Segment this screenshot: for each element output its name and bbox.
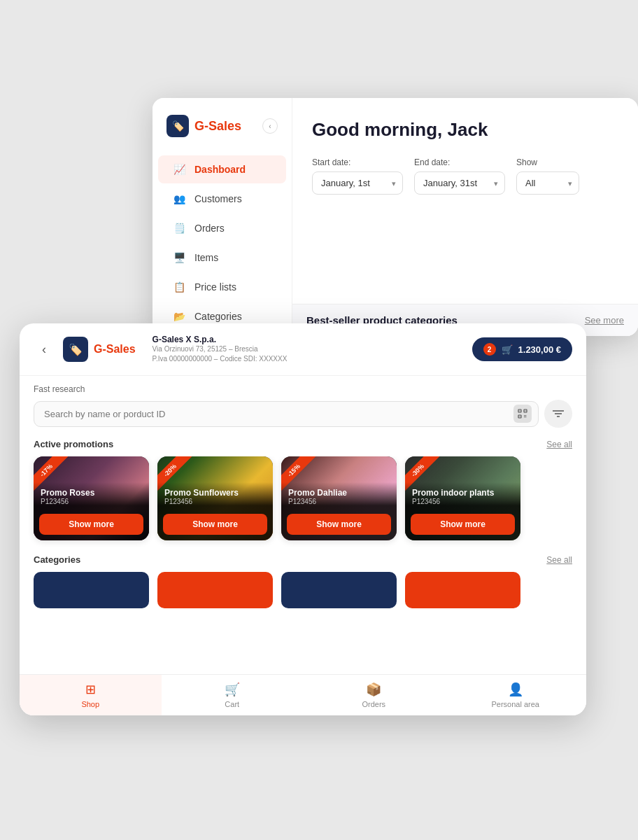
sidebar-item-items[interactable]: 🖥️ Items bbox=[158, 244, 286, 272]
items-icon: 🖥️ bbox=[172, 251, 186, 265]
company-address: Via Orzinuovi 73, 25125 – Brescia bbox=[153, 344, 464, 354]
sidebar-collapse-button[interactable]: ‹ bbox=[262, 118, 278, 134]
show-select[interactable]: All bbox=[516, 172, 579, 195]
bottom-nav-orders[interactable]: 📦 Orders bbox=[303, 675, 445, 715]
cart-count-badge: 2 bbox=[483, 343, 496, 356]
mobile-logo-text: G-Sales bbox=[94, 343, 136, 356]
svg-rect-4 bbox=[525, 411, 526, 412]
main-content-area: Good morning, Jack Start date: January, … bbox=[292, 98, 638, 336]
product-card: -30% Promo indoor plants P123456 Show mo… bbox=[405, 456, 520, 540]
start-date-group: Start date: January, 1st bbox=[312, 158, 403, 195]
product-sku-rose: P123456 bbox=[41, 498, 142, 505]
product-name-sunflower: Promo Sunflowers bbox=[164, 488, 266, 498]
filter-button[interactable] bbox=[544, 400, 572, 428]
best-seller-see-more[interactable]: See more bbox=[585, 315, 624, 326]
category-card-1[interactable] bbox=[34, 572, 149, 608]
categories-section-header: Categories See all bbox=[20, 549, 586, 572]
show-more-button-dahlia[interactable]: Show more bbox=[287, 514, 391, 535]
sidebar-logo-area: 🏷️ G-Sales ‹ bbox=[153, 115, 292, 154]
mobile-logo: 🏷️ G-Sales bbox=[63, 337, 136, 362]
svg-rect-3 bbox=[520, 411, 520, 412]
bottom-nav-personal-label: Personal area bbox=[492, 700, 540, 708]
company-vat: P.Iva 00000000000 – Codice SDI: XXXXXX bbox=[153, 354, 464, 364]
product-name-rose: Promo Roses bbox=[41, 488, 142, 498]
mobile-app-window: ‹ 🏷️ G-Sales G-Sales X S.p.a. Via Orzinu… bbox=[20, 323, 586, 715]
sidebar-item-label: Categories bbox=[194, 311, 242, 322]
sidebar-item-dashboard[interactable]: 📈 Dashboard bbox=[158, 155, 286, 183]
qr-code-button[interactable] bbox=[513, 405, 532, 423]
svg-rect-6 bbox=[524, 415, 525, 416]
svg-rect-5 bbox=[520, 416, 520, 417]
bottom-nav-shop-label: Shop bbox=[81, 700, 99, 708]
show-more-button-plants[interactable]: Show more bbox=[411, 514, 515, 535]
show-label: Show bbox=[516, 158, 579, 167]
end-date-wrapper: January, 31st bbox=[414, 172, 505, 195]
start-date-select[interactable]: January, 1st bbox=[312, 172, 403, 195]
product-sku-sunflower: P123456 bbox=[164, 498, 266, 505]
cart-amount: 1.230,00 € bbox=[518, 344, 561, 355]
product-sku-plants: P123456 bbox=[412, 498, 513, 505]
category-card-3[interactable] bbox=[281, 572, 397, 608]
back-button[interactable]: ‹ bbox=[34, 339, 55, 360]
customers-icon: 👥 bbox=[172, 192, 186, 206]
dashboard-icon: 📈 bbox=[172, 162, 186, 176]
product-card: -17% Promo Roses P123456 Show more bbox=[34, 456, 149, 540]
show-group: Show All bbox=[516, 158, 579, 195]
start-date-wrapper: January, 1st bbox=[312, 172, 403, 195]
categories-section-title: Categories bbox=[34, 554, 80, 565]
fast-research-label: Fast research bbox=[34, 384, 572, 394]
app-logo-icon: 🏷️ bbox=[166, 115, 189, 137]
bottom-nav-cart[interactable]: 🛒 Cart bbox=[162, 675, 304, 715]
sidebar-item-orders[interactable]: 🗒️ Orders bbox=[158, 214, 286, 242]
end-date-select[interactable]: January, 31st bbox=[414, 172, 505, 195]
bottom-nav-shop[interactable]: ⊞ Shop bbox=[20, 675, 162, 715]
orders-nav-icon: 📦 bbox=[366, 682, 381, 697]
search-input-wrapper bbox=[34, 401, 539, 427]
category-card-4[interactable] bbox=[405, 572, 520, 608]
sidebar-item-customers[interactable]: 👥 Customers bbox=[158, 185, 286, 213]
cart-button[interactable]: 2 🛒 1.230,00 € bbox=[472, 337, 572, 361]
show-more-button-rose[interactable]: Show more bbox=[39, 514, 143, 535]
orders-icon: 🗒️ bbox=[172, 221, 186, 235]
end-date-label: End date: bbox=[414, 158, 505, 167]
svg-rect-9 bbox=[525, 416, 526, 417]
desktop-app-window: 🏷️ G-Sales ‹ 📈 Dashboard 👥 Customers 🗒️ … bbox=[153, 98, 638, 336]
sidebar-item-label: Customers bbox=[194, 193, 242, 204]
mobile-logo-icon: 🏷️ bbox=[63, 337, 88, 362]
mobile-header: ‹ 🏷️ G-Sales G-Sales X S.p.a. Via Orzinu… bbox=[20, 323, 586, 376]
sidebar-item-label: Orders bbox=[194, 223, 225, 234]
categories-see-all[interactable]: See all bbox=[546, 555, 572, 565]
date-filters: Start date: January, 1st End date: Janua… bbox=[312, 158, 618, 195]
bottom-nav-personal[interactable]: 👤 Personal area bbox=[445, 675, 587, 715]
cart-icon: 🛒 bbox=[502, 344, 513, 355]
company-info: G-Sales X S.p.a. Via Orzinuovi 73, 25125… bbox=[153, 335, 464, 364]
cart-nav-icon: 🛒 bbox=[225, 682, 240, 697]
show-wrapper: All bbox=[516, 172, 579, 195]
bottom-nav-cart-label: Cart bbox=[225, 700, 239, 708]
bottom-nav-orders-label: Orders bbox=[362, 700, 385, 708]
search-input[interactable] bbox=[34, 401, 539, 427]
promotions-section-header: Active promotions See all bbox=[20, 433, 586, 456]
svg-rect-8 bbox=[524, 416, 525, 417]
product-card: -20% Promo Sunflowers P123456 Show more bbox=[157, 456, 273, 540]
product-sku-dahlia: P123456 bbox=[288, 498, 390, 505]
categories-row bbox=[20, 572, 586, 608]
search-section: Fast research bbox=[20, 376, 586, 433]
sidebar-item-price-lists[interactable]: 📋 Price lists bbox=[158, 273, 286, 301]
personal-nav-icon: 👤 bbox=[508, 682, 523, 697]
products-row: -17% Promo Roses P123456 Show more -20% … bbox=[20, 456, 586, 549]
search-row bbox=[34, 400, 572, 428]
sidebar-item-label: Price lists bbox=[194, 281, 236, 293]
product-name-plants: Promo indoor plants bbox=[412, 488, 513, 498]
promotions-section-title: Active promotions bbox=[34, 439, 113, 449]
product-card: -15% Promo Dahliae P123456 Show more bbox=[281, 456, 397, 540]
promotions-see-all[interactable]: See all bbox=[546, 440, 572, 449]
category-card-2[interactable] bbox=[157, 572, 273, 608]
categories-icon: 📂 bbox=[172, 309, 186, 323]
sidebar: 🏷️ G-Sales ‹ 📈 Dashboard 👥 Customers 🗒️ … bbox=[153, 98, 292, 336]
show-more-button-sunflower[interactable]: Show more bbox=[163, 514, 267, 535]
greeting-text: Good morning, Jack bbox=[312, 119, 618, 141]
start-date-label: Start date: bbox=[312, 158, 403, 167]
bottom-navigation: ⊞ Shop 🛒 Cart 📦 Orders 👤 Personal area bbox=[20, 674, 586, 715]
sidebar-item-label: Items bbox=[194, 252, 218, 263]
